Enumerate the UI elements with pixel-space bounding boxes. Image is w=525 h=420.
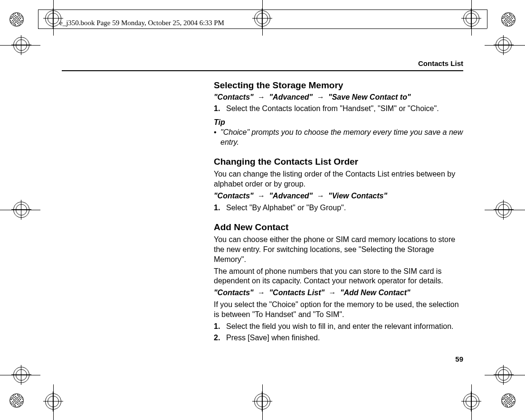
tip-label: Tip bbox=[214, 118, 463, 128]
content-column: Selecting the Storage Memory "Contacts" … bbox=[214, 80, 463, 343]
bullet-icon: • bbox=[214, 128, 220, 148]
step-row: 1. Select the Contacts location from "Ha… bbox=[214, 104, 463, 114]
nav-segment: "Advanced" bbox=[269, 93, 313, 101]
step-text: Press [Save] when finished. bbox=[226, 333, 320, 343]
page-number: 59 bbox=[455, 355, 463, 363]
registration-mark-icon bbox=[463, 10, 479, 27]
file-header-text: e_j350.book Page 59 Monday, October 25, … bbox=[59, 19, 224, 27]
registration-mark-icon bbox=[463, 393, 479, 410]
nav-segment: "Contacts" bbox=[214, 289, 254, 297]
body-text: The amount of phone numbers that you can… bbox=[214, 267, 463, 287]
tip-item: • "Choice" prompts you to choose the mem… bbox=[214, 128, 463, 148]
step-number: 1. bbox=[214, 104, 226, 114]
step-number: 1. bbox=[214, 203, 226, 213]
registration-star-icon bbox=[501, 12, 515, 27]
arrow-icon: → bbox=[317, 192, 325, 200]
registration-mark-icon bbox=[13, 37, 29, 53]
registration-mark-icon bbox=[496, 367, 512, 383]
registration-mark-icon bbox=[45, 393, 61, 410]
tip-text: "Choice" prompts you to choose the memor… bbox=[220, 128, 463, 148]
registration-mark-icon bbox=[13, 367, 29, 383]
body-text: You can change the listing order of the … bbox=[214, 169, 463, 189]
step-row: 1. Select the field you wish to fill in,… bbox=[214, 322, 463, 332]
nav-segment: "Add New Contact" bbox=[340, 289, 410, 297]
body-text: You can choose either the phone or SIM c… bbox=[214, 235, 463, 264]
registration-mark-icon bbox=[254, 393, 270, 410]
registration-star-icon bbox=[10, 12, 24, 27]
arrow-icon: → bbox=[258, 289, 265, 297]
body-text: If you select the "Choice" option for th… bbox=[214, 300, 463, 320]
step-text: Select the Contacts location from "Hands… bbox=[226, 104, 439, 114]
nav-segment: "Contacts List" bbox=[269, 289, 325, 297]
registration-mark-icon bbox=[496, 37, 512, 53]
registration-star-icon bbox=[10, 393, 24, 408]
heading-selecting-storage: Selecting the Storage Memory bbox=[214, 80, 463, 92]
step-text: Select "By Alphabet" or "By Group". bbox=[226, 203, 346, 213]
section-label: Contacts List bbox=[62, 59, 463, 67]
header-rule bbox=[62, 70, 463, 71]
nav-path: "Contacts" → "Advanced" → "Save New Cont… bbox=[214, 93, 463, 103]
registration-mark-icon bbox=[496, 202, 512, 218]
arrow-icon: → bbox=[329, 289, 336, 297]
nav-segment: "Save New Contact to" bbox=[328, 93, 410, 101]
arrow-icon: → bbox=[317, 93, 325, 101]
heading-changing-order: Changing the Contacts List Order bbox=[214, 156, 463, 168]
step-row: 1. Select "By Alphabet" or "By Group". bbox=[214, 203, 463, 213]
step-row: 2. Press [Save] when finished. bbox=[214, 333, 463, 343]
arrow-icon: → bbox=[258, 192, 265, 200]
registration-mark-icon bbox=[13, 202, 29, 218]
nav-segment: "Contacts" bbox=[214, 93, 254, 101]
nav-path: "Contacts" → "Advanced" → "View Contacts… bbox=[214, 191, 463, 201]
arrow-icon: → bbox=[258, 93, 265, 101]
registration-mark-icon bbox=[45, 10, 61, 27]
step-number: 1. bbox=[214, 322, 226, 332]
step-text: Select the field you wish to fill in, an… bbox=[226, 322, 453, 332]
nav-segment: "View Contacts" bbox=[328, 192, 387, 200]
heading-add-contact: Add New Contact bbox=[214, 222, 463, 233]
nav-path: "Contacts" → "Contacts List" → "Add New … bbox=[214, 288, 463, 298]
registration-star-icon bbox=[501, 393, 515, 408]
registration-mark-icon bbox=[254, 10, 270, 27]
page-body: Contacts List Selecting the Storage Memo… bbox=[62, 59, 463, 363]
nav-segment: "Advanced" bbox=[269, 192, 313, 200]
step-number: 2. bbox=[214, 333, 226, 343]
nav-segment: "Contacts" bbox=[214, 192, 254, 200]
